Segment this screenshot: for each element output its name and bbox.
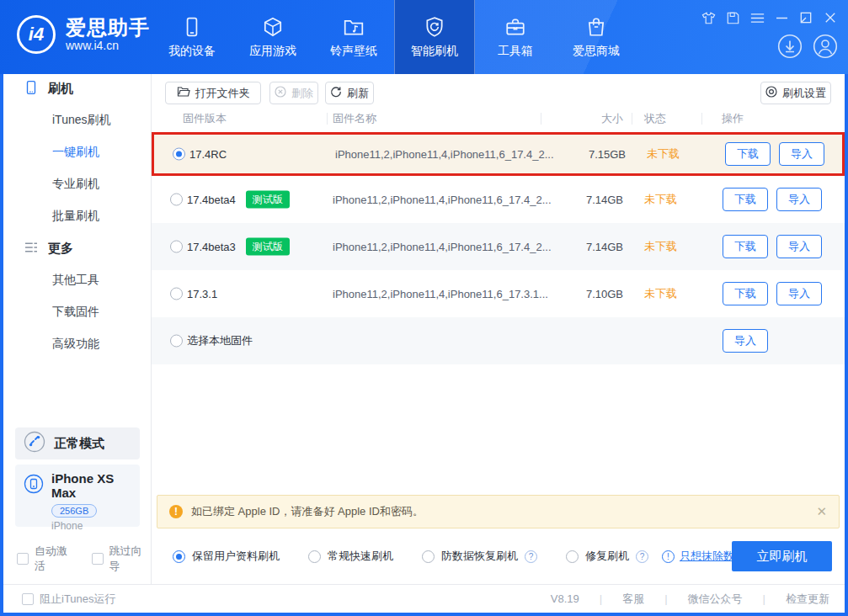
download-button[interactable]: 下载 <box>723 235 768 258</box>
firmware-name: iPhone11,2,iPhone11,4,iPhone11,6_17.4_2.… <box>333 194 552 206</box>
flash-option-保留用户资料刷机[interactable]: 保留用户资料刷机 <box>173 549 280 564</box>
device-type: iPhone <box>51 520 140 532</box>
download-button[interactable]: 下载 <box>723 188 768 211</box>
flash-settings-button[interactable]: 刷机设置 <box>760 82 831 104</box>
profile-icon-button[interactable] <box>813 34 838 62</box>
sidebar-item-专业刷机[interactable]: 专业刷机 <box>3 172 152 197</box>
firmware-version: 选择本地固件 <box>187 333 253 348</box>
firmware-size: 7.14GB <box>556 241 623 253</box>
sidebar-item-iTunes刷机[interactable]: iTunes刷机 <box>3 108 152 133</box>
column-header-操作: 操作 <box>722 105 744 132</box>
sidebar-item-一键刷机[interactable]: 一键刷机 <box>3 140 152 165</box>
checkbox-icon <box>92 553 104 565</box>
nav-tab-1[interactable]: 我的设备 <box>152 0 232 74</box>
sidebar-checkboxes: 自动激活跳过向导 <box>17 544 151 574</box>
maximize-icon-button[interactable] <box>798 10 813 25</box>
checkbox-icon <box>22 593 34 605</box>
footer-link-微信公众号[interactable]: 微信公众号 <box>688 592 743 607</box>
firmware-radio[interactable] <box>170 194 183 206</box>
block-itunes-checkbox[interactable]: 阻止iTunes运行 <box>22 592 116 607</box>
import-button[interactable]: 导入 <box>723 329 768 353</box>
device-name: iPhone XS Max <box>51 471 140 500</box>
firmware-name: iPhone11,2,iPhone11,4,iPhone11,6_17.3.1.… <box>333 288 548 300</box>
flash-option-常规快速刷机[interactable]: 常规快速刷机 <box>308 549 393 564</box>
sidebar-item-下载固件[interactable]: 下载固件 <box>3 300 152 325</box>
footer-separator: | <box>664 592 667 605</box>
app-version: V8.19 <box>551 592 579 605</box>
info-icon: ! <box>662 550 675 562</box>
device-capacity-badge: 256GB <box>51 504 97 518</box>
profile-icon <box>813 47 838 61</box>
import-button[interactable]: 导入 <box>776 282 822 305</box>
notice-text: 如已绑定 Apple ID，请准备好 Apple ID和密码。 <box>191 504 808 519</box>
notice-close-icon[interactable]: ✕ <box>816 504 827 519</box>
import-button[interactable]: 导入 <box>776 188 822 211</box>
firmware-version-text: 17.4beta4 <box>187 194 236 206</box>
column-separator <box>541 113 541 125</box>
checkbox-跳过向导[interactable]: 跳过向导 <box>92 544 152 574</box>
firmware-status: 未下载 <box>644 192 677 207</box>
app-header: i4 爱思助手 www.i4.cn 我的设备应用游戏铃声壁纸智能刷机工具箱爱思商… <box>0 0 848 74</box>
firmware-size: 7.10GB <box>556 288 623 300</box>
nav-tab-2[interactable]: 应用游戏 <box>232 0 313 74</box>
status-bar: 阻止iTunes运行 V8.19|客服|微信公众号|检查更新 <box>3 584 845 613</box>
info-icon[interactable]: ! <box>662 550 675 563</box>
music-folder-icon <box>343 16 365 38</box>
radio-icon <box>566 550 579 563</box>
download-circle-icon-button[interactable] <box>777 34 803 62</box>
refresh-icon <box>330 86 342 100</box>
table-row: 选择本地固件导入 <box>152 317 845 364</box>
mode-card[interactable]: 正常模式 <box>15 427 140 459</box>
firmware-radio[interactable] <box>170 288 183 300</box>
nav-tab-5[interactable]: 工具箱 <box>475 0 556 74</box>
sidebar-item-高级功能[interactable]: 高级功能 <box>3 332 152 357</box>
nav-tab-label: 工具箱 <box>498 44 533 59</box>
device-icon <box>24 474 44 497</box>
toolbox-icon <box>504 16 526 38</box>
firmware-radio[interactable] <box>170 241 183 253</box>
nav-tab-6[interactable]: 爱思商城 <box>556 0 637 74</box>
flash-option-防数据恢复刷机[interactable]: 防数据恢复刷机? <box>422 549 537 564</box>
column-separator <box>632 113 632 125</box>
help-icon[interactable]: ? <box>636 550 648 563</box>
normal-mode-icon <box>24 431 45 456</box>
firmware-radio[interactable] <box>173 148 185 161</box>
download-button[interactable]: 下载 <box>723 282 768 305</box>
footer-link-客服[interactable]: 客服 <box>622 592 644 607</box>
nav-tab-4[interactable]: 智能刷机 <box>394 0 475 74</box>
device-card[interactable]: iPhone XS Max 256GB iPhone <box>15 465 140 527</box>
nav-tab-label: 应用游戏 <box>249 44 296 59</box>
help-icon[interactable]: ? <box>525 550 537 563</box>
firmware-radio[interactable] <box>170 335 183 348</box>
firmware-name: iPhone11,2,iPhone11,4,iPhone11,6_17.4_2.… <box>335 148 554 161</box>
import-button[interactable]: 导入 <box>779 142 824 166</box>
floppy-icon-button[interactable] <box>725 10 740 25</box>
close-icon-button[interactable] <box>823 10 838 25</box>
sidebar-item-其他工具[interactable]: 其他工具 <box>3 268 152 293</box>
close-icon <box>823 10 838 25</box>
nav-tab-label: 铃声壁纸 <box>330 44 377 59</box>
beta-badge: 测试版 <box>246 191 290 209</box>
minimize-icon-button[interactable] <box>774 10 789 25</box>
nav-tab-3[interactable]: 铃声壁纸 <box>313 0 394 74</box>
menu-icon-button[interactable] <box>749 10 765 25</box>
checkbox-自动激活[interactable]: 自动激活 <box>17 544 77 574</box>
flash-now-button[interactable]: 立即刷机 <box>732 541 832 571</box>
footer-link-检查更新[interactable]: 检查更新 <box>786 592 829 607</box>
table-row: 17.4beta3测试版iPhone11,2,iPhone11,4,iPhone… <box>152 223 845 270</box>
sidebar-item-批量刷机[interactable]: 批量刷机 <box>3 204 152 229</box>
shield-refresh-icon <box>424 16 445 38</box>
table-row: 17.3.1iPhone11,2,iPhone11,4,iPhone11,6_1… <box>152 270 845 317</box>
app-url: www.i4.cn <box>66 39 150 52</box>
flash-option-修复刷机[interactable]: 修复刷机? <box>566 549 648 564</box>
refresh-button[interactable]: 刷新 <box>325 82 374 104</box>
download-button[interactable]: 下载 <box>725 142 771 166</box>
tshirt-icon-button[interactable] <box>701 10 716 25</box>
import-button[interactable]: 导入 <box>776 235 822 258</box>
firmware-status: 未下载 <box>644 239 677 254</box>
delete-button[interactable]: 删除 <box>269 82 318 104</box>
flash-option-label: 常规快速刷机 <box>328 549 393 564</box>
firmware-version-text: 17.3.1 <box>187 288 217 300</box>
window-controls <box>701 10 838 25</box>
open-folder-button[interactable]: 打开文件夹 <box>165 82 261 104</box>
